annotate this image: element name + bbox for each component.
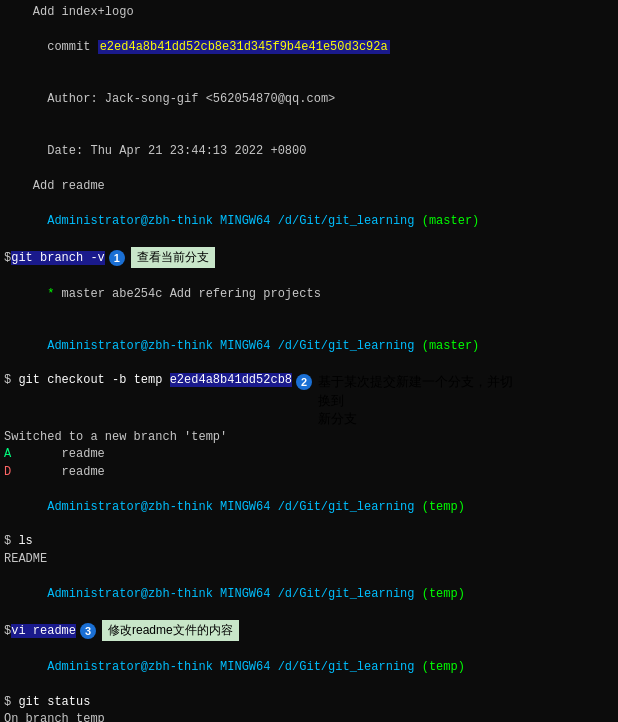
section-ls: Administrator@zbh-think MINGW64 /d/Git/g…	[4, 481, 614, 568]
commit-block: commit e2ed4a8b41dd52cb8e31d345f9b4e41e5…	[4, 21, 614, 195]
cmd-ls: $ ls	[4, 533, 614, 550]
checkout-output-3: D readme	[4, 464, 614, 481]
checkout-output-2: A readme	[4, 446, 614, 463]
prompt-3: Administrator@zbh-think MINGW64 /d/Git/g…	[4, 568, 614, 620]
cmd-row-3: $ vi readme 3 修改readme文件的内容	[4, 620, 614, 641]
author-line: Author: Jack-song-gif <562054870@qq.com>	[4, 74, 614, 126]
section-checkout: Administrator@zbh-think MINGW64 /d/Git/g…	[4, 321, 614, 482]
commit-hash: e2ed4a8b41dd52cb8e31d345f9b4e41e50d3c92a	[98, 40, 390, 54]
annotation-text-3: 修改readme文件的内容	[102, 620, 239, 641]
prompt-1: Administrator@zbh-think MINGW64 /d/Git/g…	[4, 195, 614, 247]
title-line: Add index+logo	[4, 4, 614, 21]
annotation-circle-2: 2	[296, 374, 312, 390]
checkout-output-1: Switched to a new branch 'temp'	[4, 429, 614, 446]
cmd-row-1: $ git branch -v 1 查看当前分支	[4, 247, 614, 268]
cmd-branch-v[interactable]: git branch -v	[11, 251, 105, 265]
status-out-1: On branch temp	[4, 711, 614, 722]
prompt-status: Administrator@zbh-think MINGW64 /d/Git/g…	[4, 641, 614, 693]
cmd-checkout-hash[interactable]: e2ed4a8b41dd52cb8	[170, 373, 292, 387]
cmd-vi[interactable]: vi readme	[11, 624, 76, 638]
prompt-ls: Administrator@zbh-think MINGW64 /d/Git/g…	[4, 481, 614, 533]
terminal-window: Add index+logo commit e2ed4a8b41dd52cb8e…	[0, 0, 618, 722]
date-line: Date: Thu Apr 21 23:44:13 2022 +0800	[4, 126, 614, 178]
prompt-2: Administrator@zbh-think MINGW64 /d/Git/g…	[4, 321, 614, 373]
cmd-row-2: $ git checkout -b temp e2ed4a8b41dd52cb8…	[4, 373, 614, 429]
branch-output-1: * master abe254c Add refering projects	[4, 268, 614, 320]
section-status: Administrator@zbh-think MINGW64 /d/Git/g…	[4, 641, 614, 722]
annotation-text-2: 基于某次提交新建一个分支，并切换到新分支	[318, 373, 518, 429]
commit-line: commit e2ed4a8b41dd52cb8e31d345f9b4e41e5…	[4, 21, 614, 73]
section-vi: Administrator@zbh-think MINGW64 /d/Git/g…	[4, 568, 614, 641]
cmd-status: $ git status	[4, 694, 614, 711]
section-branch-v: Administrator@zbh-think MINGW64 /d/Git/g…	[4, 195, 614, 320]
add-readme-line: Add readme	[4, 178, 614, 195]
annotation-circle-1: 1	[109, 250, 125, 266]
cmd-checkout[interactable]: git checkout -b temp	[18, 373, 169, 387]
ls-output: README	[4, 551, 614, 568]
annotation-circle-3: 3	[80, 623, 96, 639]
annotation-text-1: 查看当前分支	[131, 247, 215, 268]
